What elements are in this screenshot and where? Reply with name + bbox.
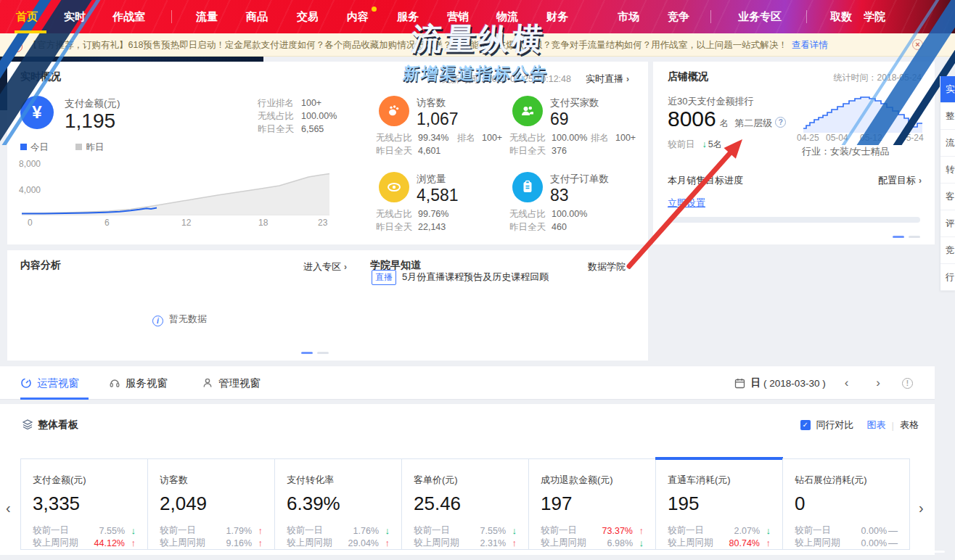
trend-arrow: ↓: [760, 525, 771, 536]
date-value[interactable]: ( 2018-03-30 ): [763, 378, 826, 389]
side-tab[interactable]: 实: [940, 76, 955, 103]
stat-pageviews: 浏览量 4,581 无线占比99.76% 昨日全天22,143: [370, 170, 507, 243]
pagination-dot[interactable]: [301, 352, 313, 354]
goal-progress-bar: [668, 217, 920, 223]
cards-prev-button[interactable]: ‹: [6, 500, 11, 516]
stat-suborders: 支付子订单数 83 无线占比100.00% 昨日全天460: [504, 170, 640, 243]
x-axis-tick: 23: [318, 218, 327, 228]
panel-pagination: [301, 352, 329, 354]
peer-compare-label[interactable]: 同行对比: [816, 419, 854, 432]
nav-divider: [806, 10, 807, 23]
enter-zone-link[interactable]: 进入专区›: [303, 260, 347, 273]
side-tab[interactable]: 整: [940, 103, 955, 130]
prev-date-button[interactable]: ‹: [845, 376, 849, 390]
chart-view-toggle[interactable]: 图表: [867, 419, 886, 432]
side-tab[interactable]: 行: [940, 264, 955, 291]
trend-arrow: ↓: [506, 525, 517, 536]
stat-buyers: 支付买家数 69 无线占比100.00%排名100+ 昨日全天376: [504, 94, 640, 167]
nav-item[interactable]: 物流: [496, 0, 518, 33]
metric-side-stats: 行业排名100+ 无线占比100.00% 昨日全天6,565: [258, 96, 337, 136]
configure-goal-link[interactable]: 配置目标›: [878, 174, 922, 187]
metric-label: 支付金额(元): [65, 97, 120, 110]
pagination-dot[interactable]: [317, 352, 329, 354]
table-view-toggle[interactable]: 表格: [900, 419, 919, 432]
rank-value: 8006: [668, 107, 716, 131]
empty-state: i暂无数据: [152, 313, 207, 326]
trend-arrow: —: [887, 525, 898, 536]
info-icon[interactable]: !: [902, 378, 913, 389]
realtime-overview-panel: 实时概况 更新时间：2018-05-25 10:12:48 实时直播› ¥ 支付…: [7, 62, 648, 244]
layers-icon: [22, 419, 33, 430]
nav-item-home[interactable]: 首页: [16, 0, 38, 33]
setup-now-link[interactable]: 立即设置: [668, 197, 705, 210]
side-tab[interactable]: 流: [940, 130, 955, 157]
nav-divider: [710, 10, 711, 23]
tab-management-view[interactable]: 管理视窗: [202, 366, 261, 400]
x-axis-tick: 12: [181, 218, 191, 228]
active-tab-underline: [20, 398, 89, 400]
chevron-right-icon: ›: [919, 176, 922, 186]
metric-card-avg-order[interactable]: 客单价(元) 25.46 较前一日7.55%↓ 较上周同期2.31%↑: [401, 458, 529, 550]
calendar-icon[interactable]: [734, 378, 745, 389]
course-item[interactable]: 直播5月份直播课程预告及历史课程回顾: [372, 270, 549, 285]
nav-item[interactable]: 竞争: [668, 0, 689, 33]
help-icon[interactable]: ?: [775, 117, 786, 128]
panel-title: 内容分析: [20, 259, 61, 272]
tab-service-view[interactable]: 服务视窗: [109, 366, 168, 400]
trend-arrow: ↓: [379, 525, 390, 536]
metric-value: 1,195: [65, 110, 115, 133]
pagination-dot[interactable]: [893, 236, 904, 238]
nav-item[interactable]: 业务专区: [738, 0, 782, 33]
panel-pagination: [893, 236, 920, 238]
trend-arrow: ↑: [506, 538, 517, 548]
metric-card-payment[interactable]: 支付金额(元) 3,335 较前一日7.55%↓ 较上周同期44.12%↑: [20, 458, 148, 550]
visitors-icon: [379, 96, 409, 126]
trend-arrow: ↓: [125, 525, 136, 536]
pagination-dot[interactable]: [909, 236, 920, 238]
side-tab[interactable]: 客: [940, 184, 955, 210]
data-college-link[interactable]: 数据学院›: [588, 260, 631, 273]
date-granularity[interactable]: 日: [751, 376, 761, 390]
overall-board-section: 整体看板 ✓ 同行对比 图表 | 表格 支付金额(元) 3,335 较前一日7.…: [0, 404, 935, 555]
tab-operations-view[interactable]: 运营视窗: [20, 366, 79, 400]
arrow-down-icon: ↓: [702, 139, 707, 149]
nav-item[interactable]: 市场: [618, 0, 639, 33]
x-axis-tick: 18: [258, 218, 268, 228]
chevron-right-icon: ›: [628, 262, 631, 272]
goal-label: 本月销售目标进度: [668, 174, 743, 187]
metric-card-diamond-spend[interactable]: 钻石展位消耗(元) 0 较前一日0.00%— 较上周同期0.00%—: [782, 458, 910, 550]
board-title: 整体看板: [38, 419, 78, 432]
side-tab[interactable]: 转: [940, 157, 955, 184]
cards-next-button[interactable]: ›: [919, 500, 924, 516]
nav-item[interactable]: 营销: [447, 0, 469, 33]
x-axis-tick: 6: [104, 218, 110, 228]
trend-arrow: ↑: [252, 538, 263, 548]
metric-card-conversion[interactable]: 支付转化率 6.39% 较前一日1.76%↓ 较上周同期29.04%↑: [274, 458, 402, 550]
peer-compare-checkbox[interactable]: ✓: [800, 420, 811, 430]
next-date-button[interactable]: ›: [876, 376, 880, 390]
nav-item[interactable]: 作战室: [112, 0, 145, 33]
nav-item[interactable]: 交易: [297, 0, 319, 33]
trend-arrow: —: [887, 538, 898, 548]
metric-card-ztc-spend[interactable]: 直通车消耗(元) 195 较前一日2.07%↓ 较上周同期80.74%↑: [655, 458, 783, 550]
stat-visitors: 访客数 1,067 无线占比99.34%排名100+ 昨日全天4,601: [370, 94, 507, 167]
nav-item[interactable]: 实时: [64, 0, 86, 33]
nav-item[interactable]: 财务: [546, 0, 568, 33]
side-tab[interactable]: 评: [940, 210, 955, 237]
metric-card-refund[interactable]: 成功退款金额(元) 197 较前一日73.37%↑ 较上周同期6.98%↓: [528, 458, 656, 550]
legend-swatch-yesterday: [75, 144, 82, 150]
nav-item[interactable]: 学院: [864, 0, 885, 33]
nav-item[interactable]: 内容: [347, 0, 369, 33]
metric-card-visitors[interactable]: 访客数 2,049 较前一日1.79%↑ 较上周同期9.16%↑: [147, 458, 275, 550]
nav-item[interactable]: 流量: [196, 0, 218, 33]
info-icon: i: [152, 316, 163, 326]
gauge-icon: [20, 377, 32, 389]
tier-label: 第二层级: [734, 118, 772, 128]
nav-item[interactable]: 取数: [830, 0, 852, 33]
nav-item[interactable]: 商品: [246, 0, 268, 33]
legend-swatch-today: [20, 144, 27, 150]
person-icon: [202, 377, 213, 389]
nav-item[interactable]: 服务: [397, 0, 419, 33]
chart-legend: 今日 昨日: [20, 141, 104, 154]
side-tab[interactable]: 竞: [940, 237, 955, 264]
